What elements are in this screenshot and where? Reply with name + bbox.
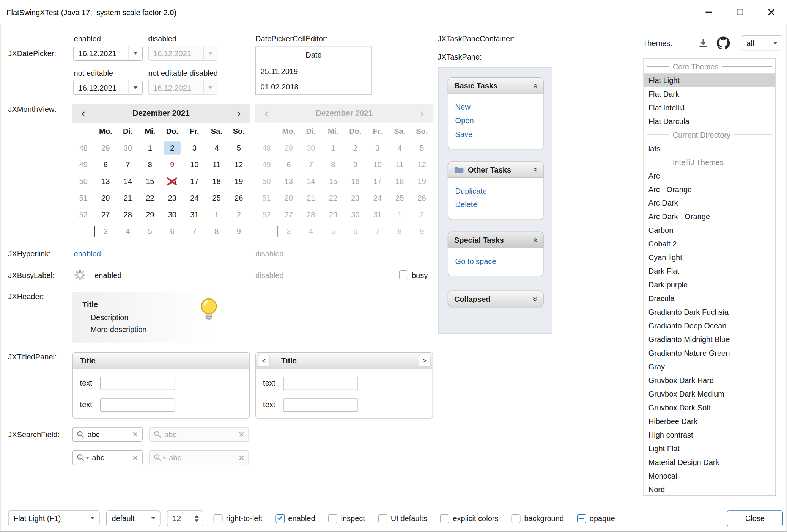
calendar-day[interactable]: 4 [205, 140, 227, 156]
spinner-up-button[interactable] [195, 515, 199, 518]
calendar-day[interactable]: 7 [117, 156, 139, 173]
text-input[interactable] [100, 377, 175, 390]
taskpane-link-open[interactable]: Open [455, 114, 536, 127]
calendar-day[interactable]: 2 [161, 140, 183, 156]
hyperlink-enabled[interactable]: enabled [74, 249, 101, 258]
theme-item-carbon[interactable]: Carbon [643, 223, 775, 237]
theme-item-flat-darcula[interactable]: Flat Darcula [643, 114, 775, 128]
calendar-day[interactable]: 4 [117, 223, 139, 240]
calendar-day[interactable]: 2 [228, 206, 250, 223]
calendar-day[interactable]: 27 [94, 206, 116, 223]
calendar-day[interactable]: 7 [183, 223, 205, 240]
calendar-day[interactable]: 1 [139, 140, 161, 156]
taskpane-header-basic-tasks[interactable]: Basic Tasks» [448, 77, 544, 94]
text-input[interactable] [283, 377, 358, 390]
datepicker-value[interactable]: 16.12.2021 [74, 49, 129, 58]
taskpane-header-collapsed[interactable]: Collapsed» [448, 290, 544, 307]
text-input[interactable] [283, 398, 358, 412]
calendar-day[interactable]: 29 [139, 206, 161, 223]
calendar-day[interactable]: 28 [117, 206, 139, 223]
calendar-day[interactable]: 31 [183, 206, 205, 223]
theme-item-arc-dark-orange[interactable]: Arc Dark - Orange [643, 210, 775, 223]
table-column-header[interactable]: Date [256, 47, 371, 63]
calendar-day[interactable]: 30 [117, 140, 139, 156]
theme-item-gruvbox-dark-medium[interactable]: Gruvbox Dark Medium [643, 387, 775, 401]
theme-item-cyan-light[interactable]: Cyan light [643, 251, 775, 264]
calendar-day[interactable]: 9 [228, 223, 250, 240]
checkbox-explicit-colors[interactable]: explicit colors [440, 514, 498, 523]
theme-item-gradianto-midnight-blue[interactable]: Gradianto Midnight Blue [643, 333, 775, 346]
themes-filter-combobox[interactable]: all [741, 35, 782, 50]
taskpane-link-new[interactable]: New [455, 100, 536, 114]
calendar-day[interactable]: 23 [161, 190, 183, 206]
theme-combobox[interactable]: Flat Light (F1) [8, 510, 99, 526]
taskpane-header-special-tasks[interactable]: Special Tasks» [448, 231, 544, 248]
theme-item-arc-dark[interactable]: Arc Dark [643, 196, 775, 210]
calendar-day[interactable]: 30 [161, 206, 183, 223]
theme-item-gruvbox-dark-hard[interactable]: Gruvbox Dark Hard [643, 373, 775, 387]
prev-month-button[interactable]: ‹ [72, 104, 95, 122]
clear-icon[interactable]: × [132, 430, 138, 439]
font-size-spinner[interactable]: 12 [167, 510, 203, 526]
calendar-day[interactable]: 1 [205, 206, 227, 223]
github-button[interactable] [716, 35, 730, 50]
checkbox-background[interactable]: background [512, 514, 564, 523]
checkbox-opaque[interactable]: opaque [577, 514, 615, 523]
calendar-day[interactable]: 12 [228, 156, 250, 173]
theme-item-gradianto-nature-green[interactable]: Gradianto Nature Green [643, 346, 775, 360]
calendar-day[interactable]: 5 [139, 223, 161, 240]
taskpane-link-duplicate[interactable]: Duplicate [455, 184, 536, 198]
theme-item-flat-light[interactable]: Flat Light [643, 73, 775, 87]
theme-item-nord[interactable]: Nord [643, 483, 775, 496]
calendar-day[interactable]: 29 [94, 140, 116, 156]
theme-item-hiberbee-dark[interactable]: Hiberbee Dark [643, 414, 775, 428]
calendar-day[interactable]: 22 [139, 190, 161, 206]
theme-item-dracula[interactable]: Dracula [643, 292, 775, 305]
table-row[interactable]: 25.11.2019 [256, 63, 371, 79]
calendar-day[interactable]: 16 [161, 173, 183, 190]
taskpane-header-other-tasks[interactable]: Other Tasks» [448, 161, 544, 178]
theme-item-gradianto-deep-ocean[interactable]: Gradianto Deep Ocean [643, 319, 775, 333]
theme-item-light-flat[interactable]: Light Flat [643, 442, 775, 455]
taskpane-link-save[interactable]: Save [455, 127, 536, 141]
theme-item-lafs[interactable]: lafs [643, 141, 775, 155]
theme-item-material-design-dark[interactable]: Material Design Dark [643, 455, 775, 469]
checkbox-ui-defaults[interactable]: UI defaults [378, 514, 427, 523]
searchfield-with-menu[interactable]: × [72, 450, 143, 465]
titledpanel-next-button[interactable]: > [419, 355, 431, 366]
theme-item-gradianto-dark-fuchsia[interactable]: Gradianto Dark Fuchsia [643, 305, 775, 319]
spinner-down-button[interactable] [195, 519, 199, 522]
theme-item-gruvbox-dark-soft[interactable]: Gruvbox Dark Soft [643, 401, 775, 414]
calendar-day[interactable]: 3 [94, 223, 116, 240]
next-month-button[interactable]: › [228, 104, 250, 122]
calendar-day[interactable]: 20 [94, 190, 116, 206]
window-close-button[interactable] [756, 0, 787, 24]
calendar-day[interactable]: 17 [183, 173, 205, 190]
datepicker-dropdown-button[interactable] [129, 46, 142, 60]
calendar-day[interactable]: 10 [183, 156, 205, 173]
theme-item-flat-intellij[interactable]: Flat IntelliJ [643, 100, 775, 114]
calendar-day[interactable]: 15 [139, 173, 161, 190]
datepicker-dropdown-button[interactable] [129, 80, 142, 94]
download-themes-button[interactable] [696, 36, 710, 50]
search-input[interactable] [88, 430, 129, 439]
calendar-day[interactable]: 6 [94, 156, 116, 173]
theme-item-monocai[interactable]: Monocai [643, 469, 775, 483]
checkbox-enabled[interactable]: enabled [275, 514, 315, 523]
searchfield-enabled[interactable]: × [72, 427, 143, 442]
text-input[interactable] [100, 398, 175, 412]
window-minimize-button[interactable] [693, 0, 724, 24]
calendar-day[interactable]: 21 [117, 190, 139, 206]
titledpanel-prev-button[interactable]: < [258, 355, 270, 366]
theme-item-arc-orange[interactable]: Arc - Orange [643, 182, 775, 196]
font-combobox[interactable]: default [106, 510, 161, 526]
checkbox-right-to-left[interactable]: right-to-left [213, 514, 262, 523]
theme-item-dark-purple[interactable]: Dark purple [643, 278, 775, 292]
calendar-day[interactable]: 19 [228, 173, 250, 190]
checkbox-busy[interactable]: busy [399, 270, 428, 279]
calendar-day[interactable]: 8 [139, 156, 161, 173]
taskpane-link-go-to-space[interactable]: Go to space [455, 254, 536, 268]
clear-icon[interactable]: × [132, 453, 138, 462]
theme-item-arc[interactable]: Arc [643, 169, 775, 182]
taskpane-link-delete[interactable]: Delete [455, 198, 536, 211]
